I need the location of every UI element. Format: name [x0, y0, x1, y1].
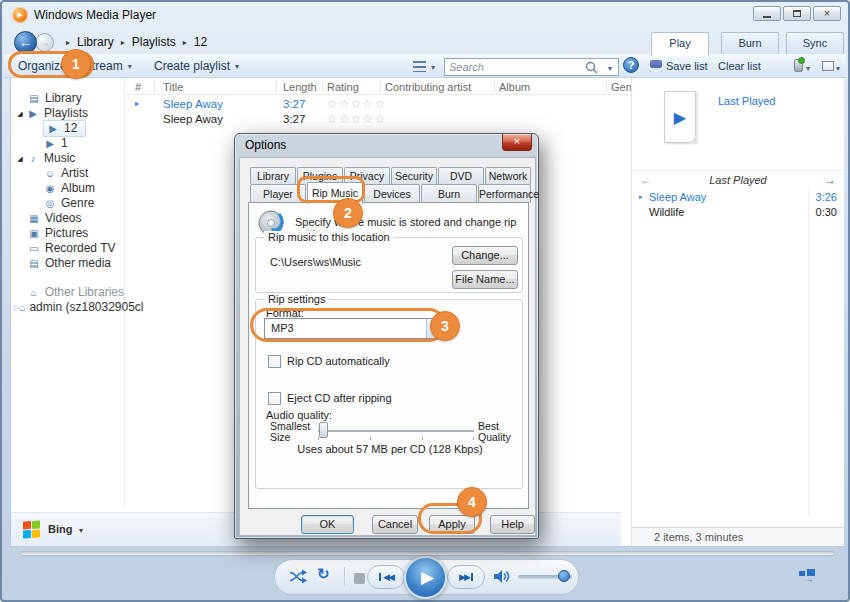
best-quality-label: BestQuality [478, 421, 511, 443]
volume-mute-button[interactable] [493, 569, 510, 584]
track-row[interactable]: Sleep Away 3:27 ☆☆☆☆☆ [126, 112, 631, 127]
track-row-playing[interactable]: ▸ Sleep Away 3:27 ☆☆☆☆☆ [126, 97, 631, 112]
window-title: Windows Media Player [34, 8, 156, 22]
play-button[interactable]: ▶ [404, 556, 447, 599]
repeat-button[interactable]: ↻ [317, 565, 330, 583]
previous-button[interactable]: ◀◀ [367, 565, 405, 589]
sidebar-item-library[interactable]: ▤Library [11, 91, 124, 106]
callout-step-2: 2 [333, 198, 363, 228]
minimize-button[interactable] [753, 6, 781, 21]
tab-performance[interactable]: Performance [478, 184, 531, 203]
breadcrumb-library[interactable]: Library [77, 35, 114, 49]
sidebar-item-other-libraries[interactable]: ⌂Other Libraries [11, 285, 124, 300]
sidebar-item-other-media[interactable]: ▤Other media [11, 256, 124, 271]
list-pane-actions: Save list Clear list ▾ ▾ [642, 54, 844, 78]
sidebar-item-artist[interactable]: ☺Artist [11, 166, 124, 181]
arrow-right-icon: → [804, 573, 814, 584]
close-icon: × [514, 135, 520, 147]
sidebar-item-videos[interactable]: ▦Videos [11, 211, 124, 226]
quality-slider[interactable] [318, 430, 474, 433]
breadcrumb-playlist-12[interactable]: 12 [194, 35, 207, 49]
rip-cd-automatically-checkbox[interactable] [268, 355, 281, 368]
bing-menu[interactable]: Bing [48, 523, 72, 535]
ok-button[interactable]: OK [301, 515, 354, 534]
sidebar-item-playlist-12[interactable]: ▶12 [11, 121, 124, 136]
sidebar-item-pictures[interactable]: ▣Pictures [11, 226, 124, 241]
chevron-down-icon[interactable]: ▾ [608, 64, 612, 73]
list-pane: ▶ Last Played ← Last Played → ▸ Sleep Aw… [631, 78, 844, 546]
network-icon: ⌂ [19, 300, 25, 315]
eject-cd-checkbox[interactable] [268, 392, 281, 405]
chevron-down-icon[interactable]: ▾ [836, 64, 840, 73]
view-options-icon[interactable] [413, 61, 426, 72]
window-controls: × [753, 6, 841, 21]
list-pane-options-icon[interactable] [822, 61, 834, 71]
expander-open-icon[interactable]: ◢ [14, 106, 26, 121]
save-list-button[interactable]: Save list [666, 60, 708, 72]
tab-library[interactable]: Library [250, 167, 296, 184]
tab-devices[interactable]: Devices [364, 184, 420, 203]
playlist-item-playing[interactable]: ▸ Sleep Away 3:26 [632, 190, 844, 205]
clear-list-button[interactable]: Clear list [718, 60, 761, 72]
list-pane-nav: ← Last Played → [632, 173, 844, 189]
sidebar-item-genre[interactable]: ◎Genre [11, 196, 124, 211]
volume-slider-thumb[interactable] [558, 570, 570, 582]
create-playlist-menu[interactable]: Create playlist ▾ [154, 59, 239, 73]
next-list-icon[interactable]: → [824, 173, 836, 187]
chevron-down-icon[interactable]: ▾ [806, 64, 810, 73]
tab-dvd[interactable]: DVD [438, 167, 484, 184]
album-icon: ◉ [43, 181, 57, 196]
dialog-close-button[interactable]: × [502, 134, 532, 151]
help-button[interactable]: Help [490, 515, 535, 534]
search-input[interactable] [449, 60, 579, 74]
tab-burn[interactable]: Burn [421, 184, 477, 203]
file-name-button[interactable]: File Name... [452, 270, 518, 289]
chevron-down-icon[interactable]: ▾ [79, 526, 83, 535]
search-icon[interactable] [585, 61, 598, 74]
pictures-icon: ▣ [27, 226, 41, 241]
close-button[interactable]: × [813, 6, 841, 21]
sidebar-item-recorded-tv[interactable]: ▭Recorded TV [11, 241, 124, 256]
forward-button[interactable]: → [35, 33, 54, 52]
next-button[interactable]: ▶▶ [447, 565, 485, 589]
column-title[interactable]: Title [163, 81, 183, 93]
playlist-item[interactable]: Wildlife 0:30 [632, 205, 844, 220]
breadcrumb-playlists[interactable]: Playlists [132, 35, 176, 49]
tab-sync[interactable]: Sync [786, 32, 844, 54]
play-icon: ▶ [421, 567, 434, 588]
repeat-icon: ↻ [317, 565, 330, 582]
callout-step-3: 3 [430, 311, 460, 341]
page-fold [689, 136, 696, 143]
sidebar-item-playlists[interactable]: ◢▶Playlists [11, 106, 124, 121]
column-album[interactable]: Album [499, 81, 530, 93]
last-played-link[interactable]: Last Played [718, 95, 775, 107]
cancel-button[interactable]: Cancel [372, 515, 418, 534]
tab-burn[interactable]: Burn [721, 32, 779, 54]
rating-stars[interactable]: ☆☆☆☆☆ [327, 97, 386, 111]
expander-open-icon[interactable]: ◢ [14, 151, 26, 166]
stop-button[interactable] [354, 573, 365, 584]
track-list-header: # Title Length Rating Contributing artis… [126, 79, 631, 95]
tab-network[interactable]: Network [485, 167, 531, 184]
column-contributing-artist[interactable]: Contributing artist [385, 81, 471, 93]
list-options-icon[interactable] [794, 59, 803, 72]
sidebar-item-admin[interactable]: ▷⌂admin (sz18032905cl [11, 300, 124, 315]
sidebar-item-music[interactable]: ◢♪Music [11, 151, 124, 166]
sidebar-item-album[interactable]: ◉Album [11, 181, 124, 196]
maximize-button[interactable] [783, 6, 811, 21]
chevron-down-icon[interactable]: ▾ [431, 63, 435, 72]
change-button[interactable]: Change... [452, 246, 518, 265]
quality-slider-thumb[interactable] [319, 422, 328, 438]
rating-stars[interactable]: ☆☆☆☆☆ [327, 112, 386, 126]
help-button[interactable]: ? [623, 57, 639, 73]
tab-security[interactable]: Security [391, 167, 437, 184]
tab-play[interactable]: Play [651, 32, 709, 56]
sidebar-item-playlist-1[interactable]: ▶1 [11, 136, 124, 151]
column-rating[interactable]: Rating [327, 81, 359, 93]
column-number[interactable]: # [135, 81, 141, 93]
music-icon: ♪ [26, 151, 40, 166]
shuffle-button[interactable] [289, 569, 308, 584]
search-box: ▾ [444, 58, 619, 76]
column-length[interactable]: Length [283, 81, 317, 93]
switch-to-now-playing-button[interactable]: → [799, 569, 817, 585]
